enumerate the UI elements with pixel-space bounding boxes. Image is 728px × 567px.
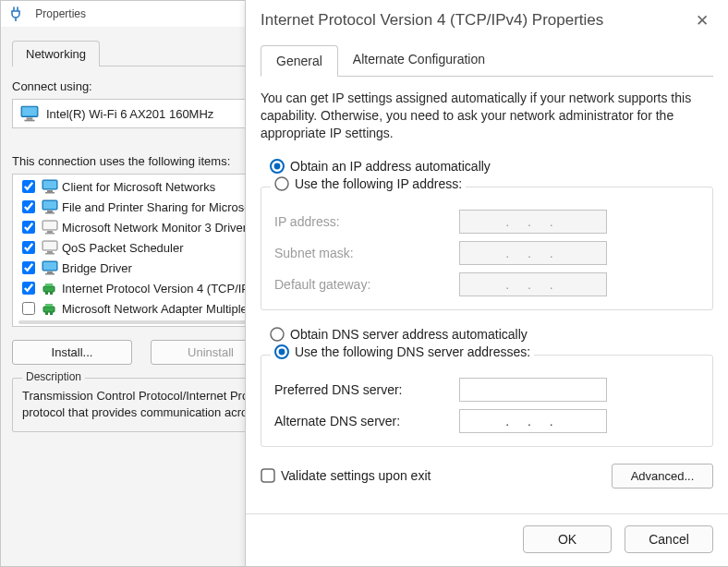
radio-ip-auto-label: Obtain an IP address automatically: [290, 159, 491, 174]
advanced-button[interactable]: Advanced...: [612, 464, 713, 489]
plug-icon: [8, 6, 23, 21]
protocol-icon: [42, 281, 58, 296]
install-button[interactable]: Install...: [12, 340, 132, 365]
alternate-dns-label: Alternate DNS server:: [274, 414, 459, 428]
item-checkbox[interactable]: [22, 200, 35, 213]
radio-ip-manual[interactable]: [274, 176, 289, 191]
protocol-icon: [42, 301, 58, 316]
ip-manual-group: Use the following IP address: IP address…: [261, 187, 713, 310]
tab-alternate-configuration[interactable]: Alternate Configuration: [338, 44, 500, 76]
ok-button[interactable]: OK: [523, 525, 612, 553]
close-icon[interactable]: ✕: [689, 11, 715, 30]
item-label: Internet Protocol Version 4 (TCP/IPv4): [62, 282, 266, 296]
default-gateway-input: . . .: [459, 272, 607, 296]
intro-text: You can get IP settings assigned automat…: [261, 90, 713, 142]
adapter-icon: [20, 105, 39, 122]
driver-icon: [42, 220, 58, 235]
radio-dns-auto-label: Obtain DNS server address automatically: [290, 327, 528, 342]
default-gateway-label: Default gateway:: [274, 277, 459, 292]
obscured-name: [27, 7, 30, 20]
item-checkbox[interactable]: [22, 302, 35, 315]
item-checkbox[interactable]: [22, 221, 35, 234]
monitor-icon: [42, 199, 58, 214]
item-label: Client for Microsoft Networks: [62, 180, 215, 194]
subnet-mask-label: Subnet mask:: [274, 246, 459, 260]
adapter-name: Intel(R) Wi-Fi 6 AX201 160MHz: [46, 107, 213, 121]
item-checkbox[interactable]: [22, 282, 35, 295]
radio-dns-manual[interactable]: [274, 344, 289, 359]
validate-label: Validate settings upon exit: [281, 468, 431, 483]
item-checkbox[interactable]: [22, 261, 35, 274]
validate-checkbox[interactable]: [261, 468, 275, 483]
tab-networking[interactable]: Networking: [12, 41, 100, 66]
subnet-mask-input: . . .: [459, 241, 607, 265]
driver-icon: [42, 240, 58, 255]
item-label: QoS Packet Scheduler: [62, 241, 184, 255]
radio-ip-auto[interactable]: [270, 159, 285, 174]
description-legend: Description: [22, 370, 85, 383]
item-label: Bridge Driver: [62, 261, 132, 275]
item-checkbox[interactable]: [22, 241, 35, 254]
front-titlebar: Internet Protocol Version 4 (TCP/IPv4) P…: [246, 0, 728, 41]
dialog-footer: OK Cancel: [246, 513, 728, 566]
preferred-dns-label: Preferred DNS server:: [274, 382, 459, 397]
back-title: Properties: [35, 7, 86, 20]
dns-manual-group: Use the following DNS server addresses: …: [261, 355, 713, 447]
monitor-icon: [42, 179, 58, 194]
dialog-title: Internet Protocol Version 4 (TCP/IPv4) P…: [261, 11, 603, 30]
radio-dns-auto[interactable]: [270, 327, 285, 342]
item-checkbox[interactable]: [22, 180, 35, 193]
front-tabstrip: General Alternate Configuration: [261, 44, 713, 77]
radio-dns-manual-label: Use the following DNS server addresses:: [295, 344, 530, 359]
radio-ip-manual-label: Use the following IP address:: [295, 176, 462, 191]
cancel-button[interactable]: Cancel: [625, 525, 713, 553]
ip-address-label: IP address:: [274, 214, 459, 229]
monitor-icon: [42, 260, 58, 275]
ipv4-properties-dialog: Internet Protocol Version 4 (TCP/IPv4) P…: [245, 0, 728, 567]
item-label: Microsoft Network Monitor 3 Driver: [62, 221, 247, 235]
ip-address-input: . . .: [459, 210, 607, 234]
alternate-dns-input[interactable]: . . .: [459, 409, 607, 433]
tab-general[interactable]: General: [261, 45, 338, 77]
preferred-dns-input[interactable]: [459, 378, 607, 402]
